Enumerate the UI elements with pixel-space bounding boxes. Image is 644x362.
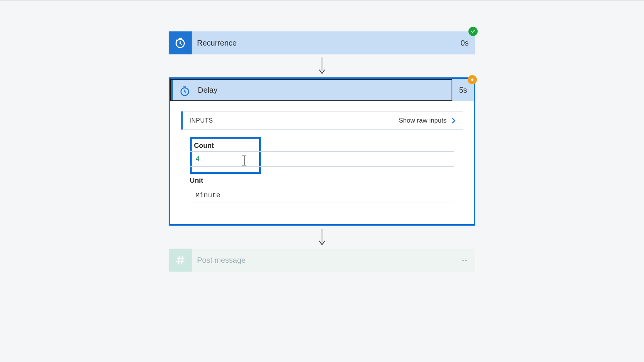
step-title: Post message (192, 249, 454, 272)
step-delay[interactable]: Delay 5s INPUTS Show raw inputs Count (169, 77, 475, 226)
step-duration: -- (454, 249, 475, 272)
connector-arrow (169, 54, 475, 77)
show-raw-inputs-link[interactable]: Show raw inputs (399, 117, 450, 124)
step-title: Delay (196, 80, 452, 100)
hashtag-icon (169, 249, 192, 272)
chevron-right-icon[interactable] (450, 117, 463, 124)
inputs-panel: INPUTS Show raw inputs Count (181, 111, 463, 214)
unit-label: Unit (190, 177, 454, 185)
timer-icon (173, 80, 196, 103)
unit-input[interactable]: Minute (190, 188, 454, 203)
step-title: Recurrence (192, 31, 454, 54)
inputs-label: INPUTS (183, 117, 399, 124)
count-label: Count (194, 142, 257, 150)
count-input[interactable]: 4 (190, 151, 454, 167)
svg-point-2 (471, 79, 473, 81)
step-post-message[interactable]: Post message -- (169, 249, 475, 272)
step-recurrence[interactable]: Recurrence 0s (169, 31, 475, 54)
checkmark-icon (468, 27, 478, 36)
connector-arrow (169, 226, 475, 249)
clock-icon (169, 31, 192, 54)
running-badge-icon (468, 75, 477, 84)
